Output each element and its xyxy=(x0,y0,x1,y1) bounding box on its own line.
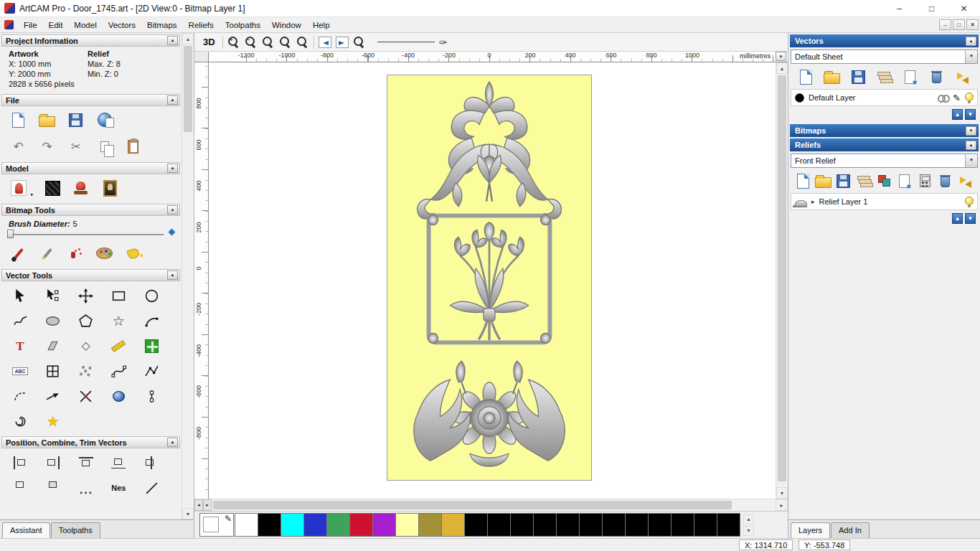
tab-add-in[interactable]: Add In xyxy=(831,522,870,538)
measure-tool-icon[interactable] xyxy=(107,335,130,357)
fit-curve-icon[interactable] xyxy=(107,360,130,382)
merge-layers-icon[interactable] xyxy=(956,172,976,189)
palette-swatch[interactable] xyxy=(579,513,603,537)
palette-swatch[interactable] xyxy=(281,513,304,537)
scroll-up-button[interactable]: ▲ xyxy=(776,62,788,74)
merge-layers-icon[interactable] xyxy=(950,68,976,85)
move-layer-down-button[interactable]: ▼ xyxy=(965,109,976,120)
mdi-close-button[interactable]: ✕ xyxy=(966,19,979,30)
paste-along-curve-icon[interactable] xyxy=(75,360,98,382)
align-bottom-icon[interactable] xyxy=(107,452,130,474)
menu-item-bitmaps[interactable]: Bitmaps xyxy=(141,19,183,32)
drawing-canvas[interactable] xyxy=(209,62,776,499)
chevron-down-icon[interactable]: ▼ xyxy=(965,154,977,167)
tab-assistant[interactable]: Assistant xyxy=(2,522,50,538)
expand-button[interactable]: ▼ xyxy=(966,126,976,136)
palette-swatch[interactable] xyxy=(694,513,717,537)
mirror-relief-dropdown-icon[interactable]: ▸ xyxy=(31,192,34,197)
zoom-to-page-icon[interactable] xyxy=(279,36,292,49)
split-left-button[interactable]: ◄ xyxy=(194,499,203,511)
menu-item-file[interactable]: File xyxy=(18,19,43,32)
fit-arcs-icon[interactable] xyxy=(9,385,32,407)
redo-icon[interactable]: ↷ xyxy=(37,137,57,156)
text-on-curve-icon[interactable]: ABC xyxy=(9,360,32,382)
align-left-icon[interactable] xyxy=(9,452,32,474)
scroll-track[interactable] xyxy=(212,499,776,511)
pen-tool-icon[interactable]: ✑ xyxy=(439,37,448,48)
scroll-thumb[interactable] xyxy=(213,501,732,509)
slider-handle[interactable] xyxy=(7,230,14,238)
create-arc-icon[interactable] xyxy=(140,310,163,331)
create-rectangle-icon[interactable] xyxy=(107,285,130,306)
mdi-minimize-button[interactable]: – xyxy=(939,19,951,30)
palette-swatch[interactable] xyxy=(510,513,534,537)
scroll-up-button[interactable]: ▲ xyxy=(182,33,194,44)
layer-colour-swatch[interactable] xyxy=(795,93,804,103)
tab-toolpaths[interactable]: Toolpaths xyxy=(51,522,100,538)
create-ellipse-icon[interactable] xyxy=(42,310,65,331)
scroll-down-button[interactable]: ▼ xyxy=(776,487,788,499)
spaced-copies-icon[interactable] xyxy=(75,477,98,499)
assistant-scrollbar[interactable]: ▲ ▼ xyxy=(182,33,194,519)
collapse-button[interactable]: ▲ xyxy=(966,37,976,46)
palette-swatch[interactable] xyxy=(602,513,626,537)
new-vector-layer-icon[interactable] xyxy=(793,68,819,85)
palette-swatch[interactable] xyxy=(258,513,281,537)
transfer-relief-icon[interactable] xyxy=(874,172,894,189)
tab-layers[interactable]: Layers xyxy=(791,522,830,538)
create-polygon-icon[interactable] xyxy=(75,310,98,331)
ruler-units-dropdown[interactable]: ▼ xyxy=(776,52,786,61)
view-3d-button[interactable]: 3D xyxy=(200,36,218,48)
relief-layer-row[interactable]: ▸ Relief Layer 1 xyxy=(791,193,978,210)
zoom-in-icon[interactable]: + xyxy=(227,36,240,49)
create-star-icon[interactable]: ☆ xyxy=(107,310,130,331)
node-line-icon[interactable] xyxy=(140,385,163,407)
sheet-select[interactable]: Default Sheet ▼ xyxy=(791,50,978,64)
undo-icon[interactable]: ↶ xyxy=(9,137,28,156)
transform-vectors-icon[interactable] xyxy=(75,285,98,306)
palette-swatch[interactable] xyxy=(235,513,258,537)
palette-swatch[interactable] xyxy=(487,513,511,537)
copy-icon[interactable] xyxy=(95,137,114,156)
brush-diameter-slider[interactable] xyxy=(1,228,180,240)
mirror-relief-icon[interactable] xyxy=(9,179,28,197)
spin-relief-icon[interactable] xyxy=(107,385,130,407)
block-paste-icon[interactable] xyxy=(140,335,163,357)
canvas-vertical-scrollbar[interactable]: ▲ ▼ xyxy=(776,62,788,499)
open-model-icon[interactable] xyxy=(37,110,57,129)
new-relief-layer-icon[interactable] xyxy=(793,172,813,189)
collapse-button[interactable]: ▲ xyxy=(167,205,178,215)
move-layer-up-button[interactable]: ▲ xyxy=(952,109,963,120)
select-vectors-icon[interactable] xyxy=(9,285,32,306)
move-layer-up-button[interactable]: ▲ xyxy=(952,213,963,224)
menu-item-help[interactable]: Help xyxy=(307,19,336,32)
measure-icon[interactable] xyxy=(140,477,163,499)
mdi-restore-button[interactable]: □ xyxy=(953,19,965,30)
palette-swatch[interactable] xyxy=(303,513,327,537)
scroll-down-button[interactable]: ▼ xyxy=(182,508,194,519)
palette-swatch[interactable] xyxy=(395,513,419,537)
lighting-model-icon[interactable] xyxy=(100,179,120,197)
new-layer-icon[interactable] xyxy=(895,172,915,189)
align-right-icon[interactable] xyxy=(42,452,65,474)
create-circle-icon[interactable] xyxy=(140,285,163,306)
smooth-model-icon[interactable] xyxy=(72,179,91,197)
flood-fill-icon[interactable] xyxy=(123,244,143,263)
pan-view-icon[interactable] xyxy=(353,36,366,49)
snap-to-bitmap-icon[interactable] xyxy=(319,37,331,48)
greyscale-model-icon[interactable] xyxy=(43,179,62,197)
chevron-down-icon[interactable]: ▼ xyxy=(965,50,977,63)
palette-swatch[interactable] xyxy=(717,513,740,537)
vector-layer-row[interactable]: Default Layer ✎ xyxy=(791,89,978,106)
sheets-icon[interactable] xyxy=(871,68,897,85)
relief-stack-icon[interactable] xyxy=(854,172,874,189)
collapse-button[interactable]: ▲ xyxy=(966,141,976,150)
create-diamond-icon[interactable]: ◇ xyxy=(75,335,98,357)
paint-selective-icon[interactable] xyxy=(66,244,85,263)
join-vectors-icon[interactable] xyxy=(42,385,65,407)
new-layer-icon[interactable] xyxy=(897,68,923,85)
minimize-button[interactable]: – xyxy=(883,0,915,17)
centre-in-page-icon[interactable] xyxy=(9,477,32,499)
edit-layer-icon[interactable]: ✎ xyxy=(953,93,961,103)
palette-swatch[interactable] xyxy=(556,513,580,537)
